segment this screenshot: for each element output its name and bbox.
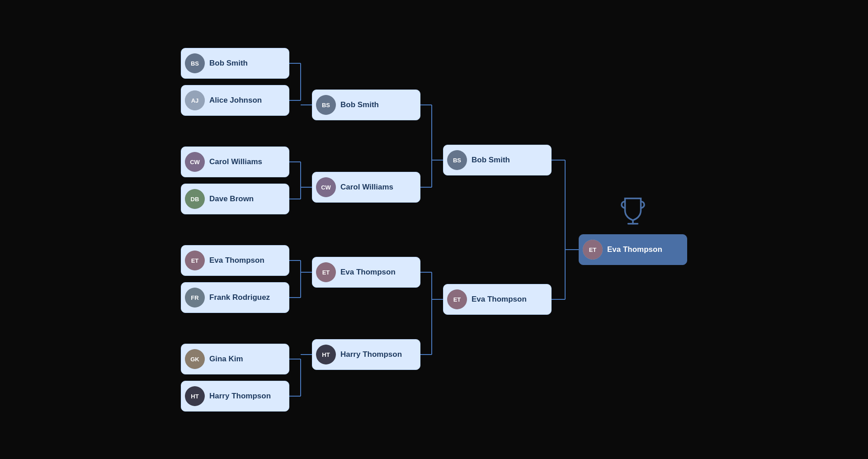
- avatar-r2p4: HT: [316, 345, 336, 364]
- svg-text:ET: ET: [453, 296, 461, 303]
- name-r3p1: Bob Smith: [472, 156, 510, 165]
- player-card-r1p7: GK Gina Kim: [181, 344, 289, 374]
- avatar-r1p2: AJ: [185, 90, 205, 110]
- avatar-r1p5: ET: [185, 251, 205, 270]
- avatar-r2p3: ET: [316, 262, 336, 282]
- avatar-r1p4: DB: [185, 189, 205, 209]
- name-r1p3: Carol Williams: [209, 157, 262, 166]
- name-r1p1: Bob Smith: [209, 59, 248, 68]
- svg-text:BS: BS: [453, 157, 461, 164]
- svg-text:FR: FR: [191, 294, 199, 301]
- winner-avatar: ET: [583, 240, 603, 260]
- avatar-r3p2: ET: [447, 289, 467, 309]
- svg-text:GK: GK: [190, 356, 199, 363]
- svg-text:BS: BS: [191, 60, 199, 67]
- name-r2p3: Eva Thompson: [340, 268, 396, 277]
- name-r1p6: Frank Rodriguez: [209, 293, 270, 302]
- svg-text:ET: ET: [191, 257, 199, 264]
- name-r1p8: Harry Thompson: [209, 392, 271, 401]
- avatar-r1p3: CW: [185, 152, 205, 172]
- round-1: BS Bob Smith AJ Alice Johnson CW Carol W…: [181, 48, 289, 412]
- name-r1p4: Dave Brown: [209, 194, 254, 203]
- name-r2p4: Harry Thompson: [340, 350, 402, 359]
- svg-text:ET: ET: [322, 269, 330, 276]
- svg-text:CW: CW: [190, 159, 200, 166]
- svg-text:CW: CW: [321, 184, 331, 191]
- svg-text:AJ: AJ: [191, 97, 199, 104]
- player-card-r3p1: BS Bob Smith: [443, 145, 552, 175]
- name-r3p2: Eva Thompson: [472, 295, 527, 304]
- avatar-r2p2: CW: [316, 177, 336, 197]
- player-card-r1p8: HT Harry Thompson: [181, 381, 289, 412]
- avatar-r2p1: BS: [316, 95, 336, 115]
- avatar-r1p6: FR: [185, 288, 205, 308]
- svg-text:ET: ET: [589, 246, 597, 253]
- player-card-r2p2: CW Carol Williams: [312, 172, 420, 203]
- player-card-r1p5: ET Eva Thompson: [181, 245, 289, 276]
- name-r2p1: Bob Smith: [340, 100, 379, 109]
- player-card-r1p1: BS Bob Smith: [181, 48, 289, 79]
- avatar-r1p7: GK: [185, 349, 205, 369]
- avatar-r1p1: BS: [185, 53, 205, 73]
- winner-name: Eva Thompson: [607, 245, 662, 254]
- player-card-r2p4: HT Harry Thompson: [312, 339, 420, 370]
- player-card-r1p3: CW Carol Williams: [181, 147, 289, 177]
- svg-text:HT: HT: [322, 351, 330, 358]
- bracket-container: BS Bob Smith AJ Alice Johnson CW Carol W…: [181, 48, 687, 412]
- player-card-r3p2: ET Eva Thompson: [443, 284, 552, 315]
- name-r2p2: Carol Williams: [340, 183, 393, 192]
- name-r1p5: Eva Thompson: [209, 256, 264, 265]
- winner-area: ET Eva Thompson: [579, 194, 687, 265]
- player-card-r1p4: DB Dave Brown: [181, 184, 289, 214]
- name-r1p2: Alice Johnson: [209, 96, 262, 105]
- svg-text:DB: DB: [191, 196, 199, 203]
- avatar-r1p8: HT: [185, 386, 205, 406]
- svg-text:BS: BS: [322, 102, 330, 109]
- player-card-r1p6: FR Frank Rodriguez: [181, 282, 289, 313]
- player-card-r2p3: ET Eva Thompson: [312, 257, 420, 288]
- winner-card: ET Eva Thompson: [579, 234, 687, 265]
- trophy-icon: [617, 194, 649, 228]
- player-card-r2p1: BS Bob Smith: [312, 90, 420, 120]
- name-r1p7: Gina Kim: [209, 355, 243, 364]
- round-2: BS Bob Smith CW Carol Williams ET Eva Th…: [312, 90, 420, 370]
- round-3: BS Bob Smith ET Eva Thompson: [443, 145, 552, 315]
- player-card-r1p2: AJ Alice Johnson: [181, 85, 289, 116]
- avatar-r3p1: BS: [447, 150, 467, 170]
- svg-text:HT: HT: [191, 393, 198, 400]
